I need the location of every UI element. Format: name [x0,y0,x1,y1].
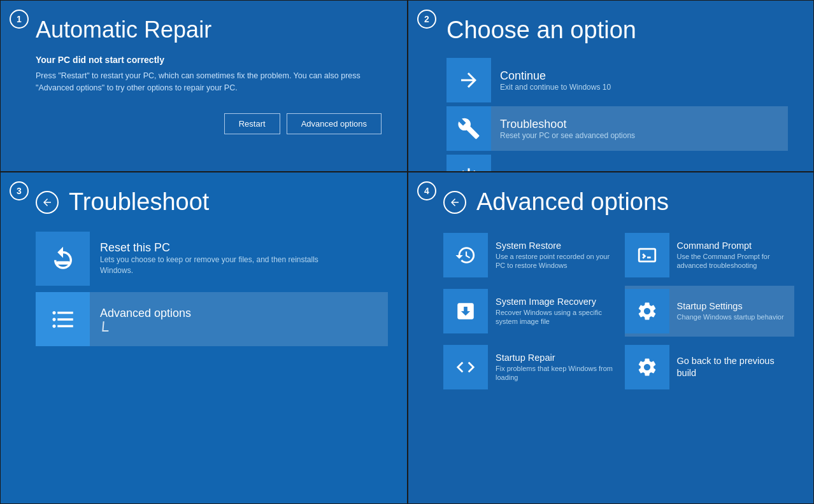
tile-startup-settings[interactable]: Startup Settings Change Windows startup … [625,286,795,337]
checklist-icon [50,306,76,333]
image-recovery-icon [455,300,476,322]
go-back-title: Go back to the previous build [677,355,795,379]
tile-command-prompt[interactable]: Command Prompt Use the Command Prompt fo… [625,230,795,281]
advanced-options-text: Advanced options [100,307,191,332]
advanced-options-grid: System Restore Use a restore point recor… [443,230,794,393]
reset-pc-title: Reset this PC [100,241,329,255]
cursor-indicator [102,321,109,332]
panel1-description: Press "Restart" to restart your PC, whic… [36,70,386,94]
option-turnoff[interactable]: Turn off your PC [446,155,788,172]
startup-settings-desc: Change Windows startup behavior [677,312,784,322]
panel2-title: Choose an option [446,17,788,44]
reset-pc-text: Reset this PC Lets you choose to keep or… [100,241,329,276]
tile-system-image-recovery[interactable]: System Image Recovery Recover Windows us… [443,286,613,337]
panel1-buttons: Restart Advanced options [36,113,388,134]
tile-go-back[interactable]: Go back to the previous build [625,342,795,393]
startup-repair-text: Startup Repair Fix problems that keep Wi… [496,352,613,383]
cmd-icon [636,244,658,266]
system-restore-icon-box [443,233,488,277]
panel4-title: Advanced options [476,188,669,216]
system-image-recovery-desc: Recover Windows using a specific system … [496,308,613,327]
step-badge-1: 1 [10,10,29,29]
troubleshoot-icon-box [446,106,491,151]
step-badge-4: 4 [417,181,436,200]
reset-pc-icon-box [36,232,90,286]
advanced-options-icon-box [36,292,90,346]
go-back-icon-box [625,345,669,389]
system-image-recovery-text: System Image Recovery Recover Windows us… [496,296,613,327]
troubleshoot-text: Troubleshoot Reset your PC or see advanc… [500,118,635,140]
code-icon [455,356,476,378]
continue-icon-box [446,58,491,102]
tile-reset-pc[interactable]: Reset this PC Lets you choose to keep or… [36,232,388,286]
back-button-4[interactable] [443,191,466,214]
continue-title: Continue [500,69,611,83]
panel1-subtitle: Your PC did not start correctly [36,55,388,65]
back-arrow-icon-4 [449,197,461,208]
panel3-header: Troubleshoot [36,188,388,216]
tile-startup-repair[interactable]: Startup Repair Fix problems that keep Wi… [443,342,613,393]
step-badge-3: 3 [10,181,29,200]
startup-repair-desc: Fix problems that keep Windows from load… [496,364,613,383]
system-restore-title: System Restore [496,240,613,252]
restore-icon [455,244,476,266]
troubleshoot-title: Troubleshoot [500,118,635,131]
panel-troubleshoot: 3 Troubleshoot Reset this PC Lets you ch… [0,172,408,504]
option-continue[interactable]: Continue Exit and continue to Windows 10 [446,58,788,102]
restart-button[interactable]: Restart [224,113,280,134]
panel4-header: Advanced options [443,188,794,216]
system-image-recovery-icon-box [443,289,488,333]
panel3-title: Troubleshoot [69,188,209,216]
gear-icon [636,300,658,322]
startup-repair-title: Startup Repair [496,352,613,364]
panel-choose-option: 2 Choose an option Continue Exit and con… [408,0,814,172]
option-troubleshoot[interactable]: Troubleshoot Reset your PC or see advanc… [446,106,788,151]
svg-rect-0 [56,261,69,264]
system-image-recovery-title: System Image Recovery [496,296,613,308]
back-button-3[interactable] [36,191,59,214]
command-prompt-icon-box [625,233,669,277]
system-restore-text: System Restore Use a restore point recor… [496,240,613,271]
gear2-icon [636,356,658,378]
continue-text: Continue Exit and continue to Windows 10 [500,69,611,92]
back-arrow-icon-3 [41,197,53,208]
command-prompt-title: Command Prompt [677,240,795,252]
system-restore-desc: Use a restore point recorded on your PC … [496,252,613,271]
command-prompt-text: Command Prompt Use the Command Prompt fo… [677,240,795,271]
reset-icon [50,246,76,272]
power-icon [457,165,480,172]
startup-repair-icon-box [443,345,488,389]
command-prompt-desc: Use the Command Prompt for advanced trou… [677,252,795,271]
panel-advanced-options: 4 Advanced options System Restore Use a … [408,172,814,504]
arrow-right-icon [457,69,480,92]
advanced-options-title: Advanced options [100,307,191,320]
tile-system-restore[interactable]: System Restore Use a restore point recor… [443,230,613,281]
go-back-text: Go back to the previous build [677,355,795,379]
tools-icon [457,117,480,140]
reset-pc-desc: Lets you choose to keep or remove your f… [100,255,329,276]
step-badge-2: 2 [417,10,436,29]
panel1-title: Automatic Repair [36,17,388,43]
tile-advanced-options[interactable]: Advanced options [36,292,388,346]
panel-automatic-repair: 1 Automatic Repair Your PC did not start… [0,0,408,172]
turnoff-icon-box [446,155,491,172]
startup-settings-icon-box [625,289,669,333]
startup-settings-title: Startup Settings [677,300,784,312]
continue-desc: Exit and continue to Windows 10 [500,83,611,92]
advanced-options-button[interactable]: Advanced options [287,113,382,134]
troubleshoot-desc: Reset your PC or see advanced options [500,131,635,140]
startup-settings-text: Startup Settings Change Windows startup … [677,300,784,322]
